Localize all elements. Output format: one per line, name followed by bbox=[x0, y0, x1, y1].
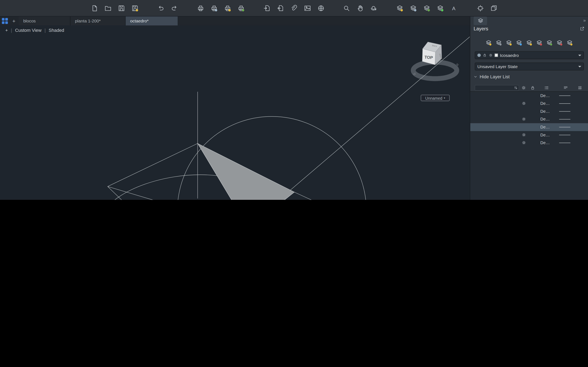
linetype-sample bbox=[559, 95, 571, 96]
grid-view-icon[interactable] bbox=[578, 85, 582, 90]
linetype-sample bbox=[559, 103, 571, 104]
layer-row-1[interactable]: De… bbox=[470, 92, 588, 100]
svg-text:N: N bbox=[456, 63, 459, 67]
lineweight-cell: De… bbox=[535, 141, 550, 145]
layer-row-4[interactable]: De… bbox=[470, 115, 588, 123]
layer-on-icon[interactable] bbox=[484, 39, 493, 47]
layer-row-6[interactable]: De… bbox=[470, 131, 588, 139]
layer-lock-icon[interactable] bbox=[535, 39, 543, 47]
layer-thaw-icon[interactable] bbox=[505, 39, 513, 47]
toolbar-group-insert bbox=[261, 3, 327, 14]
zoom-window-icon bbox=[343, 4, 350, 12]
layer-freeze-icon[interactable] bbox=[515, 39, 523, 47]
hide-layer-list-toggle[interactable]: Hide Layer List bbox=[473, 74, 510, 80]
layers-palette-tab[interactable] bbox=[474, 17, 487, 25]
new-tab-button[interactable]: + bbox=[10, 17, 17, 25]
plot-preview-button[interactable] bbox=[208, 3, 220, 14]
page-setup-button[interactable] bbox=[222, 3, 233, 14]
zoom-window-button[interactable] bbox=[341, 3, 352, 14]
undo-button[interactable] bbox=[155, 3, 167, 14]
layer-state-dropdown[interactable]: Unsaved Layer State bbox=[475, 63, 584, 71]
layer-tools-row bbox=[484, 39, 574, 47]
plot-button[interactable] bbox=[195, 3, 206, 14]
tab-octaedro[interactable]: octaedro* bbox=[126, 17, 178, 25]
layer-states-button[interactable] bbox=[421, 3, 432, 14]
content-browser-button[interactable] bbox=[315, 3, 327, 14]
layer-isolate-button[interactable] bbox=[434, 3, 446, 14]
viewport-visual-style-menu[interactable]: Shaded bbox=[49, 28, 64, 33]
layer-match-button[interactable] bbox=[407, 3, 419, 14]
layer-list-header bbox=[470, 85, 588, 91]
popout-icon[interactable] bbox=[579, 26, 585, 32]
orbit-button[interactable] bbox=[367, 3, 379, 14]
right-panel: » Layers Icosaedro Unsaved Layer State H… bbox=[470, 17, 588, 200]
plot-preview-icon bbox=[210, 4, 218, 12]
sun-icon[interactable] bbox=[522, 141, 526, 145]
new-file-icon bbox=[91, 4, 98, 12]
export-icon bbox=[277, 4, 284, 12]
attach-image-button[interactable] bbox=[302, 3, 313, 14]
top-toolbar: A bbox=[0, 0, 588, 17]
layer-match-icon bbox=[409, 4, 417, 12]
batch-plot-icon bbox=[237, 4, 245, 12]
content-browser-icon bbox=[317, 4, 325, 12]
layer-row-2[interactable]: De… bbox=[470, 100, 588, 108]
sun-icon[interactable] bbox=[522, 101, 526, 106]
toolbar-group-misc bbox=[474, 3, 499, 14]
lineweight-cell: De… bbox=[535, 125, 550, 129]
insert-block-button[interactable] bbox=[261, 3, 273, 14]
layer-unlock-icon[interactable] bbox=[525, 39, 533, 47]
text-style-button[interactable]: A bbox=[448, 3, 459, 14]
redo-button[interactable] bbox=[168, 3, 180, 14]
tab-overview-icon[interactable] bbox=[2, 18, 8, 24]
chevron-down-icon: ▾ bbox=[444, 96, 445, 100]
measure-button[interactable] bbox=[474, 3, 486, 14]
palette-overflow-chevrons[interactable]: » bbox=[583, 18, 586, 23]
save-as-button[interactable] bbox=[129, 3, 141, 14]
freeze-column-icon[interactable] bbox=[521, 85, 526, 90]
chevron-down-icon bbox=[578, 66, 581, 67]
layer-color-swatch bbox=[495, 54, 498, 57]
sun-icon bbox=[489, 53, 493, 57]
current-layer-name: Icosaedro bbox=[500, 53, 519, 58]
batch-plot-button[interactable] bbox=[235, 3, 247, 14]
undo-icon bbox=[157, 4, 164, 12]
list-view-icon[interactable] bbox=[563, 85, 568, 90]
lineweight-cell: De… bbox=[535, 117, 550, 121]
attach-reference-button[interactable] bbox=[288, 3, 300, 14]
sun-icon[interactable] bbox=[522, 117, 526, 121]
sort-icon bbox=[514, 86, 518, 90]
viewport-add-button[interactable]: + bbox=[5, 28, 8, 33]
layer-properties-button[interactable] bbox=[394, 3, 406, 14]
layer-merge-icon[interactable] bbox=[566, 39, 574, 47]
sun-icon[interactable] bbox=[522, 133, 526, 137]
new-file-button[interactable] bbox=[88, 3, 100, 14]
toolbar-group-file bbox=[88, 3, 140, 14]
layer-row-3[interactable]: De… bbox=[470, 108, 588, 115]
save-button[interactable] bbox=[116, 3, 127, 14]
layer-off-icon[interactable] bbox=[495, 39, 503, 47]
export-button[interactable] bbox=[274, 3, 286, 14]
orbit-icon bbox=[370, 4, 377, 12]
vp-thaw-icon[interactable] bbox=[545, 39, 553, 47]
viewcube[interactable]: W N TOP BACK RIGHT bbox=[412, 42, 459, 79]
layers-panel-title: Layers bbox=[474, 26, 488, 32]
lineweight-column-icon[interactable] bbox=[544, 85, 549, 90]
viewport-view-menu[interactable]: Custom View bbox=[15, 28, 42, 33]
autocad-window: A + blocosplanta 1-200*octaedro* bbox=[0, 0, 588, 200]
lock-column-icon[interactable] bbox=[530, 85, 535, 90]
current-layer-dropdown[interactable]: Icosaedro bbox=[475, 51, 584, 59]
layer-row-7[interactable]: De… bbox=[470, 139, 588, 147]
model-canvas[interactable]: W N TOP BACK RIGHT bbox=[0, 25, 470, 200]
pan-button[interactable] bbox=[354, 3, 366, 14]
sheet-set-button[interactable] bbox=[488, 3, 500, 14]
lineweight-cell: De… bbox=[535, 133, 550, 137]
linetype-sample bbox=[559, 111, 571, 112]
layer-filter-box[interactable] bbox=[475, 85, 519, 91]
vp-freeze-icon[interactable] bbox=[555, 39, 563, 47]
layer-row-5[interactable]: De… bbox=[470, 123, 588, 131]
tab-planta-1-200[interactable]: planta 1-200* bbox=[70, 17, 126, 25]
view-name-dropdown[interactable]: Unnamed ▾ bbox=[421, 95, 450, 101]
open-button[interactable] bbox=[102, 3, 114, 14]
tab-blocos[interactable]: blocos bbox=[19, 17, 70, 25]
